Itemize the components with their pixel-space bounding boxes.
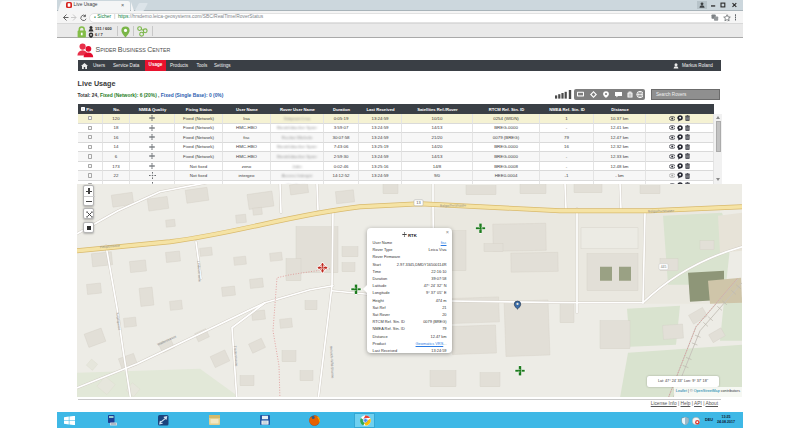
svg-text:Heinrich-Wild-Strasse: Heinrich-Wild-Strasse: [329, 345, 335, 378]
svg-text:Balgacherstrasse: Balgacherstrasse: [440, 203, 466, 207]
svg-text:Balgacherstrasse: Balgacherstrasse: [648, 208, 674, 212]
svg-text:Kugelgasse: Kugelgasse: [116, 312, 122, 330]
svg-text:13: 13: [416, 200, 421, 205]
svg-text:445: 445: [661, 265, 667, 269]
svg-text:Lindenstrasse: Lindenstrasse: [197, 260, 202, 281]
